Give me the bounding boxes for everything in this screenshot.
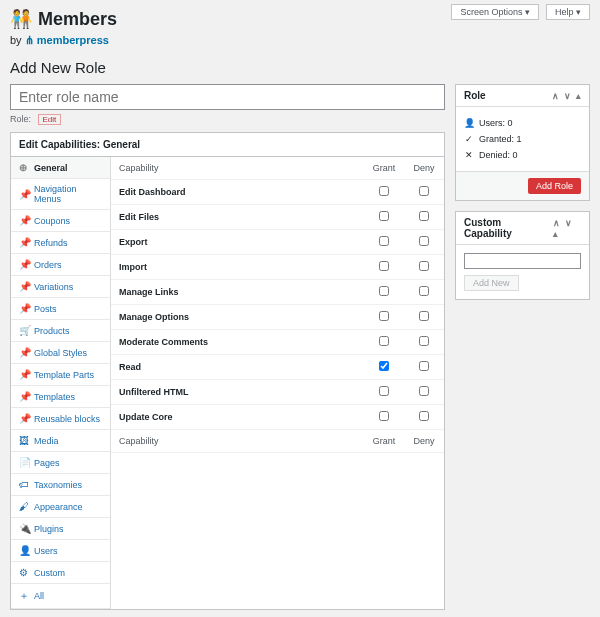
move-down-icon[interactable]: ∨ xyxy=(564,91,571,101)
tab-appearance[interactable]: 🖌Appearance xyxy=(11,496,110,518)
capability-row: Edit Files xyxy=(111,205,444,230)
deny-checkbox[interactable] xyxy=(419,186,429,196)
deny-checkbox[interactable] xyxy=(419,261,429,271)
users-icon: 👤 xyxy=(464,118,474,128)
custom-capability-box: Custom Capability ∧ ∨ ▴ Add New xyxy=(455,211,590,300)
tab-posts[interactable]: 📌Posts xyxy=(11,298,110,320)
tab-variations[interactable]: 📌Variations xyxy=(11,276,110,298)
col-deny: Deny xyxy=(404,157,444,180)
members-logo-icon: 🧑‍🤝‍🧑 xyxy=(10,8,32,30)
edit-slug-button[interactable]: Edit xyxy=(38,114,62,125)
tab-reusable-blocks[interactable]: 📌Reusable blocks xyxy=(11,408,110,430)
grant-checkbox[interactable] xyxy=(379,286,389,296)
pin-icon: ⚙ xyxy=(19,567,29,578)
tab-general[interactable]: ⊕General xyxy=(11,157,110,179)
tab-label: Reusable blocks xyxy=(34,414,100,424)
pin-icon: ⊕ xyxy=(19,162,29,173)
tab-products[interactable]: 🛒Products xyxy=(11,320,110,342)
pin-icon: 📌 xyxy=(19,281,29,292)
tab-pages[interactable]: 📄Pages xyxy=(11,452,110,474)
capability-row: Manage Options xyxy=(111,305,444,330)
deny-checkbox[interactable] xyxy=(419,411,429,421)
granted-icon: ✓ xyxy=(464,134,474,144)
tab-navigation-menus[interactable]: 📌Navigation Menus xyxy=(11,179,110,210)
tab-media[interactable]: 🖼Media xyxy=(11,430,110,452)
tab-label: Taxonomies xyxy=(34,480,82,490)
custom-capability-input[interactable] xyxy=(464,253,581,269)
toggle-icon[interactable]: ▴ xyxy=(553,229,558,239)
tab-all[interactable]: ＋All xyxy=(11,584,110,609)
deny-checkbox[interactable] xyxy=(419,286,429,296)
capability-row: Import xyxy=(111,255,444,280)
pin-icon: ＋ xyxy=(19,589,29,603)
deny-checkbox[interactable] xyxy=(419,211,429,221)
pin-icon: 📌 xyxy=(19,303,29,314)
capability-name: Export xyxy=(111,230,364,255)
col-grant: Grant xyxy=(364,157,404,180)
tab-label: Templates xyxy=(34,392,75,402)
grant-checkbox[interactable] xyxy=(379,261,389,271)
col-capability: Capability xyxy=(111,157,364,180)
capability-name: Import xyxy=(111,255,364,280)
col-grant-foot: Grant xyxy=(364,430,404,453)
grant-checkbox[interactable] xyxy=(379,186,389,196)
tab-label: Navigation Menus xyxy=(34,184,102,204)
grant-checkbox[interactable] xyxy=(379,211,389,221)
deny-checkbox[interactable] xyxy=(419,311,429,321)
pin-icon: 🖼 xyxy=(19,435,29,446)
grant-checkbox[interactable] xyxy=(379,336,389,346)
denied-stat: Denied: 0 xyxy=(479,150,518,160)
page-title: Add New Role xyxy=(10,47,590,84)
deny-checkbox[interactable] xyxy=(419,361,429,371)
pin-icon: 🏷 xyxy=(19,479,29,490)
pin-icon: 📌 xyxy=(19,347,29,358)
capability-name: Manage Options xyxy=(111,305,364,330)
role-meta-title: Role xyxy=(464,90,486,101)
deny-checkbox[interactable] xyxy=(419,386,429,396)
grant-checkbox[interactable] xyxy=(379,411,389,421)
help-button[interactable]: Help ▾ xyxy=(546,4,590,20)
capability-name: Edit Dashboard xyxy=(111,180,364,205)
tab-orders[interactable]: 📌Orders xyxy=(11,254,110,276)
deny-checkbox[interactable] xyxy=(419,336,429,346)
tab-label: Products xyxy=(34,326,70,336)
pin-icon: 📄 xyxy=(19,457,29,468)
pin-icon: 📌 xyxy=(19,215,29,226)
tab-template-parts[interactable]: 📌Template Parts xyxy=(11,364,110,386)
tab-label: Global Styles xyxy=(34,348,87,358)
capability-row: Edit Dashboard xyxy=(111,180,444,205)
deny-checkbox[interactable] xyxy=(419,236,429,246)
tab-templates[interactable]: 📌Templates xyxy=(11,386,110,408)
grant-checkbox[interactable] xyxy=(379,236,389,246)
tab-global-styles[interactable]: 📌Global Styles xyxy=(11,342,110,364)
capability-name: Read xyxy=(111,355,364,380)
tab-label: Variations xyxy=(34,282,73,292)
pin-icon: 👤 xyxy=(19,545,29,556)
tab-label: Media xyxy=(34,436,59,446)
grant-checkbox[interactable] xyxy=(379,361,389,371)
tab-users[interactable]: 👤Users xyxy=(11,540,110,562)
capability-name: Update Core xyxy=(111,405,364,430)
users-stat: Users: 0 xyxy=(479,118,513,128)
move-down-icon[interactable]: ∨ xyxy=(565,218,572,228)
move-up-icon[interactable]: ∧ xyxy=(553,218,560,228)
tab-refunds[interactable]: 📌Refunds xyxy=(11,232,110,254)
grant-checkbox[interactable] xyxy=(379,311,389,321)
toggle-icon[interactable]: ▴ xyxy=(576,91,581,101)
tab-taxonomies[interactable]: 🏷Taxonomies xyxy=(11,474,110,496)
tab-coupons[interactable]: 📌Coupons xyxy=(11,210,110,232)
pin-icon: 📌 xyxy=(19,259,29,270)
capability-row: Update Core xyxy=(111,405,444,430)
grant-checkbox[interactable] xyxy=(379,386,389,396)
pin-icon: 📌 xyxy=(19,413,29,424)
add-new-capability-button[interactable]: Add New xyxy=(464,275,519,291)
add-role-button[interactable]: Add Role xyxy=(528,178,581,194)
tab-label: All xyxy=(34,591,44,601)
tab-custom[interactable]: ⚙Custom xyxy=(11,562,110,584)
move-up-icon[interactable]: ∧ xyxy=(552,91,559,101)
tab-label: Appearance xyxy=(34,502,83,512)
tab-plugins[interactable]: 🔌Plugins xyxy=(11,518,110,540)
tab-label: Custom xyxy=(34,568,65,578)
role-name-input[interactable] xyxy=(10,84,445,110)
screen-options-button[interactable]: Screen Options ▾ xyxy=(451,4,539,20)
